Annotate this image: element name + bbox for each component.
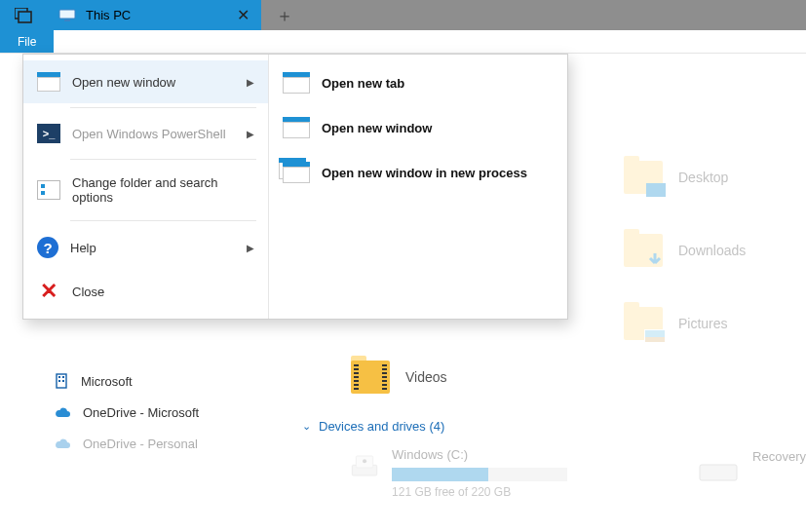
close-icon: ✕	[37, 282, 60, 301]
window-icon	[283, 117, 310, 138]
tab-close-icon[interactable]: ✕	[237, 6, 249, 24]
library-downloads[interactable]: Downloads	[624, 234, 746, 267]
svg-rect-12	[700, 465, 737, 480]
building-icon	[54, 373, 69, 389]
drive-usage-bar	[392, 468, 567, 481]
new-tab-button[interactable]: ＋	[261, 0, 308, 30]
menu-separator	[70, 220, 256, 221]
drive-icon	[698, 447, 739, 484]
this-pc-icon	[58, 9, 76, 22]
folder-icon	[624, 234, 663, 267]
menu-separator	[70, 107, 256, 108]
devices-section-header[interactable]: ⌄ Devices and drives (4)	[302, 419, 806, 434]
drive-c[interactable]: Windows (C:) 121 GB free of 220 GB Recov…	[351, 447, 806, 499]
submenu-open-new-window[interactable]: Open new window	[269, 105, 567, 150]
svg-rect-7	[58, 380, 60, 382]
options-icon	[37, 180, 60, 200]
help-icon: ?	[37, 237, 58, 258]
menu-open-new-window[interactable]: Open new window ▶	[23, 60, 268, 103]
svg-rect-6	[62, 376, 64, 378]
title-bar: This PC ✕ ＋	[0, 0, 806, 30]
submenu-arrow-icon: ▶	[247, 129, 254, 139]
svg-rect-4	[57, 374, 66, 388]
cloud-icon	[54, 437, 71, 449]
tab-label: This PC	[86, 8, 131, 22]
drive-icon	[351, 447, 378, 484]
sidebar-item-microsoft[interactable]: Microsoft	[54, 365, 292, 397]
submenu-open-new-window-process[interactable]: Open new window in new process	[269, 150, 567, 195]
windows-stack-icon	[283, 162, 310, 183]
library-videos[interactable]: Videos	[351, 361, 447, 394]
chevron-down-icon: ⌄	[302, 420, 311, 433]
cloud-icon	[54, 406, 71, 418]
menu-close[interactable]: ✕ Close	[23, 270, 268, 313]
menu-bar: File	[0, 30, 806, 54]
plus-icon: ＋	[276, 4, 293, 27]
submenu-arrow-icon: ▶	[247, 243, 254, 253]
svg-rect-8	[62, 380, 64, 382]
tab-this-pc[interactable]: This PC ✕	[47, 0, 261, 30]
file-menu-dropdown: Open new window ▶ >_ Open Windows PowerS…	[22, 54, 568, 320]
file-menu-primary: Open new window ▶ >_ Open Windows PowerS…	[23, 55, 269, 319]
svg-rect-5	[58, 376, 60, 378]
sidebar-item-onedrive-personal[interactable]: OneDrive - Personal	[54, 428, 292, 459]
menu-separator	[70, 159, 256, 160]
submenu-open-new-tab[interactable]: Open new tab	[269, 60, 567, 105]
window-icon	[283, 72, 310, 94]
folder-icon	[624, 161, 663, 194]
sets-icon	[15, 8, 32, 23]
svg-rect-1	[19, 12, 31, 22]
file-menu-submenu: Open new tab Open new window Open new wi…	[269, 55, 567, 319]
menu-change-options[interactable]: Change folder and search options	[23, 164, 268, 216]
submenu-arrow-icon: ▶	[247, 77, 254, 88]
file-menu-button[interactable]: File	[0, 30, 54, 53]
library-pictures[interactable]: Pictures	[624, 307, 728, 340]
library-desktop[interactable]: Desktop	[624, 161, 728, 194]
svg-rect-3	[64, 19, 70, 21]
folder-icon	[624, 307, 663, 340]
window-icon	[37, 72, 60, 92]
sets-button[interactable]	[0, 0, 47, 30]
svg-rect-2	[59, 10, 75, 19]
menu-open-powershell[interactable]: >_ Open Windows PowerShell ▶	[23, 112, 268, 155]
sidebar-item-onedrive-microsoft[interactable]: OneDrive - Microsoft	[54, 397, 292, 428]
folder-icon	[351, 361, 390, 394]
powershell-icon: >_	[37, 124, 60, 143]
menu-help[interactable]: ? Help ▶	[23, 225, 268, 270]
svg-point-11	[363, 459, 366, 463]
